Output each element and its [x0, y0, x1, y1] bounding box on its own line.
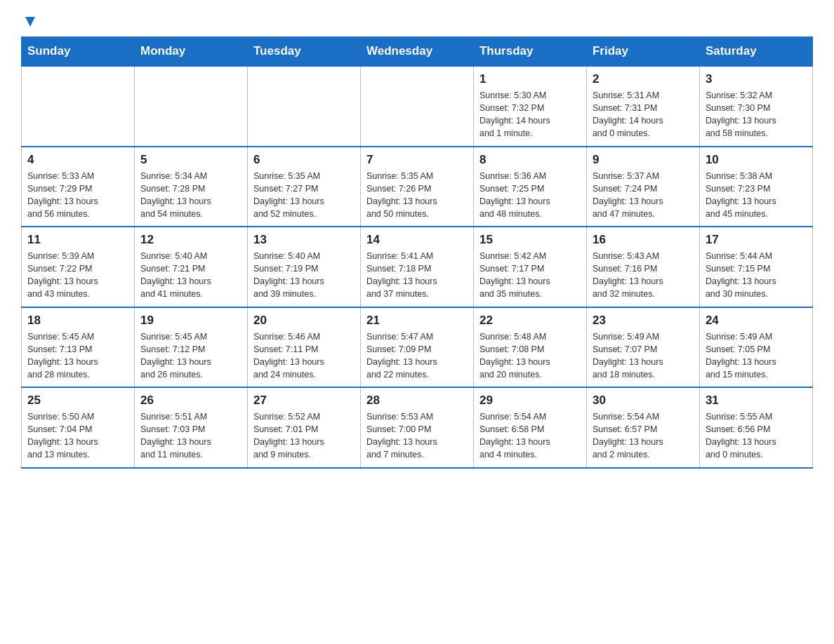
logo-triangle-icon [22, 14, 38, 29]
weekday-header-wednesday: Wednesday [360, 37, 473, 67]
day-info: Sunrise: 5:49 AMSunset: 7:05 PMDaylight:… [706, 330, 807, 382]
calendar-cell: 26Sunrise: 5:51 AMSunset: 7:03 PMDayligh… [134, 387, 247, 468]
calendar-cell: 19Sunrise: 5:45 AMSunset: 7:12 PMDayligh… [134, 307, 247, 388]
day-info: Sunrise: 5:54 AMSunset: 6:58 PMDaylight:… [479, 410, 581, 462]
calendar-cell [134, 66, 247, 147]
day-info: Sunrise: 5:45 AMSunset: 7:12 PMDaylight:… [140, 330, 241, 382]
page-header [21, 14, 813, 29]
weekday-header-thursday: Thursday [473, 37, 586, 67]
day-number: 29 [479, 394, 581, 408]
calendar-cell: 9Sunrise: 5:37 AMSunset: 7:24 PMDaylight… [586, 147, 699, 227]
day-info: Sunrise: 5:30 AMSunset: 7:32 PMDaylight:… [479, 89, 581, 140]
day-number: 19 [140, 314, 241, 328]
calendar-cell: 6Sunrise: 5:35 AMSunset: 7:27 PMDaylight… [247, 147, 360, 227]
day-number: 15 [479, 233, 581, 247]
day-number: 7 [366, 153, 468, 167]
weekday-header-monday: Monday [134, 37, 247, 67]
calendar-cell: 1Sunrise: 5:30 AMSunset: 7:32 PMDaylight… [473, 66, 586, 147]
calendar-cell: 15Sunrise: 5:42 AMSunset: 7:17 PMDayligh… [473, 227, 586, 307]
calendar-cell [22, 66, 135, 147]
day-info: Sunrise: 5:36 AMSunset: 7:25 PMDaylight:… [479, 170, 581, 221]
day-info: Sunrise: 5:50 AMSunset: 7:04 PMDaylight:… [27, 410, 128, 462]
calendar-cell: 4Sunrise: 5:33 AMSunset: 7:29 PMDaylight… [22, 147, 135, 227]
calendar-cell: 12Sunrise: 5:40 AMSunset: 7:21 PMDayligh… [134, 227, 247, 307]
day-number: 30 [593, 394, 694, 408]
calendar-week-row: 25Sunrise: 5:50 AMSunset: 7:04 PMDayligh… [22, 387, 813, 468]
day-number: 21 [366, 314, 468, 328]
day-number: 23 [593, 314, 694, 328]
day-number: 24 [706, 314, 807, 328]
day-number: 9 [593, 153, 694, 167]
day-number: 27 [253, 394, 355, 408]
day-info: Sunrise: 5:53 AMSunset: 7:00 PMDaylight:… [366, 410, 468, 462]
calendar-cell [247, 66, 360, 147]
day-info: Sunrise: 5:55 AMSunset: 6:56 PMDaylight:… [706, 410, 807, 462]
day-info: Sunrise: 5:41 AMSunset: 7:18 PMDaylight:… [366, 250, 468, 301]
calendar-cell: 2Sunrise: 5:31 AMSunset: 7:31 PMDaylight… [586, 66, 699, 147]
day-info: Sunrise: 5:38 AMSunset: 7:23 PMDaylight:… [706, 170, 807, 221]
calendar-cell: 31Sunrise: 5:55 AMSunset: 6:56 PMDayligh… [699, 387, 812, 468]
calendar-cell: 17Sunrise: 5:44 AMSunset: 7:15 PMDayligh… [699, 227, 812, 307]
day-number: 28 [366, 394, 468, 408]
calendar-week-row: 18Sunrise: 5:45 AMSunset: 7:13 PMDayligh… [22, 307, 813, 388]
calendar-cell: 24Sunrise: 5:49 AMSunset: 7:05 PMDayligh… [699, 307, 812, 388]
day-info: Sunrise: 5:33 AMSunset: 7:29 PMDaylight:… [27, 170, 128, 221]
day-number: 16 [593, 233, 694, 247]
day-info: Sunrise: 5:45 AMSunset: 7:13 PMDaylight:… [27, 330, 128, 382]
day-number: 3 [706, 72, 807, 86]
day-info: Sunrise: 5:40 AMSunset: 7:19 PMDaylight:… [253, 250, 355, 301]
calendar-cell: 21Sunrise: 5:47 AMSunset: 7:09 PMDayligh… [360, 307, 473, 388]
calendar-week-row: 11Sunrise: 5:39 AMSunset: 7:22 PMDayligh… [22, 227, 813, 307]
weekday-header-friday: Friday [586, 37, 699, 67]
day-info: Sunrise: 5:32 AMSunset: 7:30 PMDaylight:… [706, 89, 807, 140]
calendar-cell: 20Sunrise: 5:46 AMSunset: 7:11 PMDayligh… [247, 307, 360, 388]
calendar-cell: 18Sunrise: 5:45 AMSunset: 7:13 PMDayligh… [22, 307, 135, 388]
day-info: Sunrise: 5:44 AMSunset: 7:15 PMDaylight:… [706, 250, 807, 301]
calendar-cell: 10Sunrise: 5:38 AMSunset: 7:23 PMDayligh… [699, 147, 812, 227]
day-number: 14 [366, 233, 468, 247]
calendar-week-row: 4Sunrise: 5:33 AMSunset: 7:29 PMDaylight… [22, 147, 813, 227]
weekday-header-saturday: Saturday [699, 37, 812, 67]
calendar-week-row: 1Sunrise: 5:30 AMSunset: 7:32 PMDaylight… [22, 66, 813, 147]
calendar-table: SundayMondayTuesdayWednesdayThursdayFrid… [21, 36, 813, 469]
day-number: 31 [706, 394, 807, 408]
calendar-cell: 14Sunrise: 5:41 AMSunset: 7:18 PMDayligh… [360, 227, 473, 307]
calendar-cell: 11Sunrise: 5:39 AMSunset: 7:22 PMDayligh… [22, 227, 135, 307]
calendar-cell: 28Sunrise: 5:53 AMSunset: 7:00 PMDayligh… [360, 387, 473, 468]
calendar-cell: 23Sunrise: 5:49 AMSunset: 7:07 PMDayligh… [586, 307, 699, 388]
calendar-cell: 29Sunrise: 5:54 AMSunset: 6:58 PMDayligh… [473, 387, 586, 468]
weekday-header-sunday: Sunday [22, 37, 135, 67]
logo [21, 14, 38, 29]
calendar-cell: 30Sunrise: 5:54 AMSunset: 6:57 PMDayligh… [586, 387, 699, 468]
day-number: 12 [140, 233, 241, 247]
day-number: 13 [253, 233, 355, 247]
day-info: Sunrise: 5:35 AMSunset: 7:27 PMDaylight:… [253, 170, 355, 221]
day-number: 17 [706, 233, 807, 247]
day-number: 2 [593, 72, 694, 86]
day-info: Sunrise: 5:42 AMSunset: 7:17 PMDaylight:… [479, 250, 581, 301]
day-info: Sunrise: 5:39 AMSunset: 7:22 PMDaylight:… [27, 250, 128, 301]
day-number: 10 [706, 153, 807, 167]
day-info: Sunrise: 5:52 AMSunset: 7:01 PMDaylight:… [253, 410, 355, 462]
calendar-cell: 3Sunrise: 5:32 AMSunset: 7:30 PMDaylight… [699, 66, 812, 147]
day-number: 25 [27, 394, 128, 408]
day-number: 6 [253, 153, 355, 167]
day-number: 18 [27, 314, 128, 328]
day-info: Sunrise: 5:51 AMSunset: 7:03 PMDaylight:… [140, 410, 241, 462]
calendar-cell: 7Sunrise: 5:35 AMSunset: 7:26 PMDaylight… [360, 147, 473, 227]
day-info: Sunrise: 5:37 AMSunset: 7:24 PMDaylight:… [593, 170, 694, 221]
day-info: Sunrise: 5:46 AMSunset: 7:11 PMDaylight:… [253, 330, 355, 382]
day-info: Sunrise: 5:43 AMSunset: 7:16 PMDaylight:… [593, 250, 694, 301]
calendar-cell [360, 66, 473, 147]
day-info: Sunrise: 5:47 AMSunset: 7:09 PMDaylight:… [366, 330, 468, 382]
calendar-cell: 25Sunrise: 5:50 AMSunset: 7:04 PMDayligh… [22, 387, 135, 468]
calendar-cell: 13Sunrise: 5:40 AMSunset: 7:19 PMDayligh… [247, 227, 360, 307]
svg-marker-0 [25, 17, 35, 27]
day-number: 1 [479, 72, 581, 86]
day-number: 4 [27, 153, 128, 167]
day-number: 22 [479, 314, 581, 328]
calendar-cell: 16Sunrise: 5:43 AMSunset: 7:16 PMDayligh… [586, 227, 699, 307]
weekday-header-tuesday: Tuesday [247, 37, 360, 67]
day-info: Sunrise: 5:49 AMSunset: 7:07 PMDaylight:… [593, 330, 694, 382]
calendar-cell: 27Sunrise: 5:52 AMSunset: 7:01 PMDayligh… [247, 387, 360, 468]
